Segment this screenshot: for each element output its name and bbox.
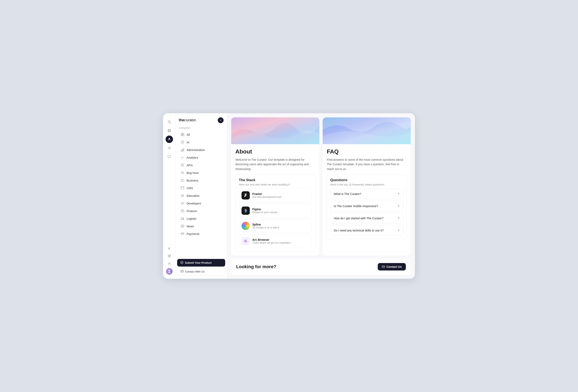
questions-section: Questions Here is the top 10 frequently …	[327, 174, 407, 239]
svg-rect-29	[181, 180, 184, 182]
spline-desc: 3D Design is so is with it	[252, 226, 279, 229]
app-window: thecurator. Categories All AI	[163, 113, 415, 279]
contact-label: Contact With Us	[185, 270, 205, 273]
svg-line-27	[181, 173, 182, 174]
contact-button[interactable]: Contact With Us	[177, 268, 225, 275]
faq-item-1[interactable]: What is The Curator? +	[330, 189, 403, 199]
tool-spline[interactable]: Spline 3D Design is so is with it	[239, 219, 312, 233]
submit-product-button[interactable]: Submit Your Product	[177, 259, 225, 266]
contact-us-button[interactable]: Contact Us	[378, 263, 406, 270]
education-icon	[180, 194, 185, 198]
sidebar-bottom: Submit Your Product Contact With Us	[176, 257, 227, 275]
svg-rect-41	[181, 233, 184, 235]
arc-name: Arc Browser	[252, 238, 291, 241]
search-button[interactable]	[166, 118, 173, 126]
nav-label-business: Business	[187, 179, 198, 182]
svg-rect-5	[169, 131, 171, 132]
nav-label-logistic: Logistic	[187, 217, 196, 220]
nav-item-business[interactable]: Business	[177, 177, 225, 184]
faq-question-2: Is The Curator mobile-responsive?	[334, 205, 378, 208]
finance-icon	[180, 209, 185, 213]
back-button[interactable]	[218, 117, 224, 123]
nav-label-developers: Developers	[187, 202, 201, 205]
about-card: About Welcome to The Curator. Our templa…	[231, 117, 319, 256]
faq-title: FAQ	[327, 148, 407, 155]
about-title: About	[235, 148, 315, 155]
faq-item-3[interactable]: How do I get started with The Curator? +	[330, 213, 403, 223]
all-icon	[180, 133, 185, 137]
people-button[interactable]	[166, 135, 173, 143]
svg-rect-15	[183, 135, 184, 136]
svg-rect-22	[183, 148, 184, 151]
megaphone-button[interactable]	[166, 144, 173, 152]
bughunt-icon	[180, 171, 185, 175]
submit-label: Submit Your Product	[185, 261, 212, 264]
avatar[interactable]	[166, 268, 173, 275]
svg-rect-20	[181, 150, 182, 151]
tool-arc[interactable]: Arc Browser That's where we got our insp…	[239, 234, 312, 248]
svg-rect-12	[181, 133, 182, 134]
cards-grid: About Welcome to The Curator. Our templa…	[231, 117, 411, 256]
svg-rect-7	[168, 155, 171, 157]
mail-icon	[181, 270, 184, 273]
grid-button[interactable]	[166, 127, 173, 134]
nav-item-bughunt[interactable]: Bug Hunt	[177, 169, 225, 176]
nav-label-administration: Administration	[187, 148, 205, 152]
nav-item-news[interactable]: News	[177, 223, 225, 230]
framer-desc: Our web development tool.	[252, 196, 282, 198]
framer-icon	[241, 191, 250, 200]
framer-name: Framer	[252, 192, 282, 196]
nav-item-developers[interactable]: Developers	[177, 200, 225, 207]
svg-rect-44	[181, 270, 183, 272]
about-body: About Welcome to The Curator. Our templa…	[231, 144, 319, 171]
facebook-icon[interactable]	[166, 246, 172, 252]
svg-point-24	[182, 172, 183, 174]
instagram-icon[interactable]	[166, 253, 172, 259]
svg-rect-3	[169, 129, 171, 131]
nav-item-all[interactable]: All	[177, 131, 225, 138]
tool-framer[interactable]: Framer Our web development tool.	[239, 189, 312, 202]
faq-body: FAQ Find answers to some of the most com…	[323, 144, 411, 171]
nav-item-ai[interactable]: AI	[177, 139, 225, 146]
chat-button[interactable]	[166, 153, 173, 160]
faq-item-2[interactable]: Is The Curator mobile-responsive? +	[330, 201, 403, 211]
questions-subtitle: Here is the top 10 frequently asked ques…	[330, 183, 403, 186]
svg-rect-21	[182, 149, 183, 151]
framer-info: Framer Our web development tool.	[252, 192, 282, 198]
faq-item-4[interactable]: Do I need any technical skills to use it…	[330, 225, 403, 236]
faq-question-3: How do I get started with The Curator?	[334, 217, 383, 220]
faq-hero	[323, 117, 411, 144]
svg-point-6	[169, 138, 170, 139]
footer-bar: Looking for more? Contact Us	[231, 259, 411, 275]
svg-rect-14	[181, 135, 182, 136]
apis-icon	[180, 163, 185, 167]
svg-line-28	[183, 173, 184, 174]
spline-icon	[241, 222, 250, 230]
figma-icon	[241, 207, 250, 215]
business-icon	[180, 179, 185, 183]
twitter-icon[interactable]	[166, 261, 172, 266]
nav-item-analytics[interactable]: Analytics	[177, 154, 225, 161]
logistic-icon	[180, 217, 185, 221]
contact-us-label: Contact Us	[386, 265, 402, 268]
stack-subtitle: Here our tool sets while we were buildin…	[239, 183, 312, 186]
nav-label-bughunt: Bug Hunt	[187, 171, 198, 174]
faq-card: FAQ Find answers to some of the most com…	[323, 117, 411, 256]
nav-item-administration[interactable]: Administration	[177, 146, 225, 154]
sidebar-header: thecurator.	[176, 117, 227, 127]
about-hero	[231, 117, 319, 144]
spline-info: Spline 3D Design is so is with it	[252, 223, 279, 229]
nav-item-apis[interactable]: APIs	[177, 162, 225, 169]
nav-label-analytics: Analytics	[187, 156, 198, 159]
nav-item-cms[interactable]: CMS	[177, 185, 225, 192]
nav-item-finance[interactable]: Finance	[177, 208, 225, 215]
nav-item-payments[interactable]: Payments	[177, 230, 225, 238]
administration-icon	[180, 148, 185, 152]
svg-rect-2	[168, 129, 169, 131]
svg-point-35	[182, 219, 182, 220]
tool-figma[interactable]: Figma Design on your canvas.	[239, 204, 312, 218]
nav-item-education[interactable]: Education	[177, 192, 225, 200]
svg-point-9	[169, 256, 170, 257]
developers-icon	[180, 202, 185, 206]
nav-item-logistic[interactable]: Logistic	[177, 215, 225, 222]
